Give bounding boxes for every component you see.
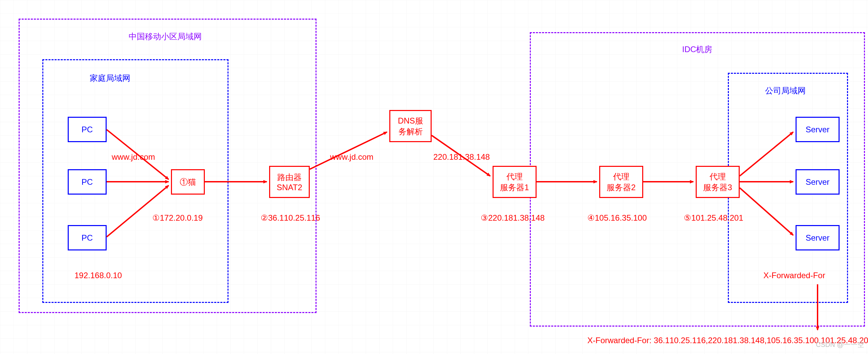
node-server1: Server [796,117,840,142]
label-ip-pc: 192.168.0.10 [74,271,122,280]
label-dns-out: 220.181.38.148 [433,152,490,162]
node-proxy2: 代理服务器2 [599,166,643,198]
label-url2: www.jd.com [330,152,373,162]
node-server2: Server [796,169,840,195]
label-ip2: ②36.110.25.116 [261,213,320,223]
title-home-lan: 家庭局域网 [90,73,130,84]
node-pc3: PC [68,225,107,250]
node-modem: ①猫 [171,169,205,195]
label-ip3: ③220.181.38.148 [481,213,545,223]
label-ip4: ④105.16.35.100 [587,213,647,223]
node-proxy3: 代理服务器3 [696,166,740,198]
node-router: 路由器SNAT2 [269,166,310,198]
node-pc2: PC [68,169,107,195]
label-ip1: ①172.20.0.19 [152,213,203,223]
label-xff: X-Forwarded-For [763,271,825,280]
node-proxy1: 代理服务器1 [493,166,537,198]
node-server3: Server [796,225,840,250]
node-pc1: PC [68,117,107,142]
title-isp-lan: 中国移动小区局域网 [129,31,202,42]
node-dns: DNS服务解析 [389,110,432,142]
title-idc: IDC机房 [682,44,712,55]
watermark: CSDN @一一空 [816,340,864,349]
label-ip5: ⑤101.25.48.201 [684,213,743,223]
title-company-lan: 公司局域网 [765,85,806,96]
label-url1: www.jd.com [112,152,155,162]
